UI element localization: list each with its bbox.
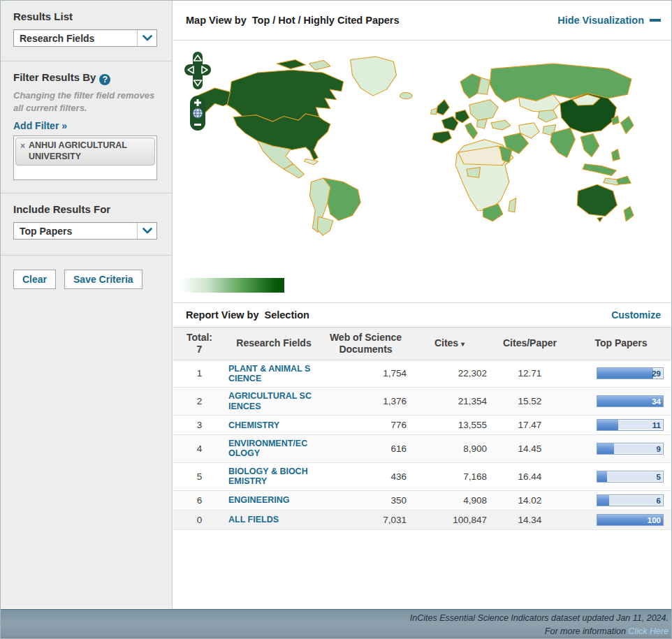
map-view-header: Map View byTop / Hot / Highly Cited Pape… <box>173 1 672 41</box>
footer-dataset-note: InCites Essential Science Indicators dat… <box>410 612 669 624</box>
region-eastern-europe[interactable] <box>469 100 498 120</box>
country-greenland[interactable] <box>350 57 396 96</box>
top-papers-bar: 5 <box>597 471 664 483</box>
add-filter-link[interactable]: Add Filter » <box>13 120 67 131</box>
column-header-top-papers: Top Papers <box>570 328 672 360</box>
country-new-zealand[interactable] <box>624 207 634 221</box>
row-field: CHEMISTRY <box>226 416 322 435</box>
top-papers-bar-fill <box>597 471 607 482</box>
page-footer: InCites Essential Science Indicators dat… <box>1 609 672 639</box>
region-scandinavia[interactable] <box>460 74 481 98</box>
row-cites-per-paper: 15.52 <box>490 388 570 416</box>
research-field-link[interactable]: CHEMISTRY <box>228 420 312 430</box>
country-australia[interactable] <box>577 184 617 216</box>
row-field: ENGINEERING <box>226 490 322 510</box>
row-top-papers: 100 <box>570 510 672 529</box>
table-row: 2 AGRICULTURAL SCIENCES 1,376 21,354 15.… <box>173 388 672 416</box>
row-cites-per-paper: 12.71 <box>490 360 570 388</box>
country-tasmania[interactable] <box>597 217 603 221</box>
country-madagascar[interactable] <box>509 198 516 212</box>
region-balkans[interactable] <box>477 119 488 128</box>
remove-filter-icon[interactable]: × <box>20 141 25 162</box>
top-papers-bar-fill <box>597 368 653 379</box>
top-papers-value: 11 <box>652 420 661 431</box>
country-new-guinea[interactable] <box>616 176 631 184</box>
chevron-down-icon <box>137 30 156 46</box>
country-turkey[interactable] <box>491 120 511 130</box>
choropleth-legend-gradient <box>181 278 284 293</box>
country-spain[interactable] <box>432 131 452 144</box>
include-results-section: Include Results For Top Papers <box>1 193 172 256</box>
filter-results-heading: Filter Results By? <box>13 71 159 85</box>
country-argentina[interactable] <box>317 216 333 235</box>
research-field-link[interactable]: AGRICULTURAL SCIENCES <box>228 391 312 411</box>
filter-results-section: Filter Results By? Changing the filter f… <box>1 61 172 193</box>
country-japan[interactable] <box>620 117 634 134</box>
research-field-link[interactable]: ENGINEERING <box>228 495 312 505</box>
arctic-island[interactable] <box>309 60 330 70</box>
row-cites: 22,302 <box>409 360 490 388</box>
total-count-header: Total: 7 <box>173 328 226 360</box>
save-criteria-button[interactable]: Save Criteria <box>64 270 143 289</box>
region-central-asia[interactable] <box>538 110 557 122</box>
table-row: 6 ENGINEERING 350 4,908 14.02 6 <box>173 490 672 510</box>
row-cites-per-paper: 16.44 <box>490 462 570 490</box>
row-rank: 3 <box>173 416 226 435</box>
map-zoom-control[interactable] <box>189 95 206 131</box>
country-germany[interactable] <box>455 110 469 122</box>
country-russia[interactable] <box>490 64 631 102</box>
row-cites: 13,555 <box>409 416 490 435</box>
column-header-cites-sort[interactable]: Cites ▾ <box>409 328 490 360</box>
country-malaysia[interactable] <box>583 164 616 176</box>
row-field: PLANT & ANIMAL SCIENCE <box>226 360 322 388</box>
hide-visualization-link[interactable]: Hide Visualization <box>557 15 661 26</box>
region-indochina[interactable] <box>580 133 599 156</box>
research-field-link[interactable]: ALL FIELDS <box>228 515 312 524</box>
filter-chip[interactable]: × ANHUI AGRICULTURAL UNIVERSITY <box>15 138 155 166</box>
clear-button[interactable]: Clear <box>13 270 56 289</box>
research-field-link[interactable]: BIOLOGY & BIOCHEMISTRY <box>228 467 312 487</box>
country-philippines[interactable] <box>612 149 620 161</box>
main-panel: Map View byTop / Hot / Highly Cited Pape… <box>173 1 672 608</box>
row-field: AGRICULTURAL SCIENCES <box>226 388 322 416</box>
row-cites: 4,908 <box>409 490 490 510</box>
results-list-section: Results List Research Fields <box>1 1 172 61</box>
top-papers-bar: 11 <box>597 419 664 431</box>
filters-sidebar: Results List Research Fields Filter Resu… <box>1 1 173 608</box>
research-field-link[interactable]: PLANT & ANIMAL SCIENCE <box>228 364 312 384</box>
map-pan-control[interactable] <box>184 51 212 91</box>
row-top-papers: 29 <box>570 360 672 388</box>
country-canada[interactable] <box>227 70 343 122</box>
top-papers-value: 9 <box>657 443 661 455</box>
top-papers-value: 29 <box>652 368 661 379</box>
customize-link[interactable]: Customize <box>611 309 661 321</box>
row-rank: 5 <box>173 462 226 490</box>
region-west-africa[interactable] <box>467 167 481 177</box>
row-cites: 7,168 <box>409 462 490 490</box>
country-uk[interactable] <box>437 100 450 115</box>
results-list-dropdown-value: Research Fields <box>14 33 137 44</box>
table-row: 4 ENVIRONMENT/ECOLOGY 616 8,900 14.45 9 <box>173 435 672 463</box>
world-choropleth-map[interactable] <box>196 56 636 236</box>
table-row: 1 PLANT & ANIMAL SCIENCE 1,754 22,302 12… <box>173 360 672 388</box>
include-results-dropdown[interactable]: Top Papers <box>13 222 157 240</box>
row-cites: 100,847 <box>409 510 490 529</box>
results-list-dropdown[interactable]: Research Fields <box>13 29 157 47</box>
research-field-link[interactable]: ENVIRONMENT/ECOLOGY <box>228 439 312 459</box>
include-results-heading: Include Results For <box>13 203 159 215</box>
report-table-header-row: Total: 7 Research Fields Web of Science … <box>173 328 672 360</box>
column-header-cites-per-paper: Cites/Paper <box>490 328 570 360</box>
top-papers-bar: 6 <box>597 494 664 506</box>
row-documents: 7,031 <box>322 510 409 529</box>
filter-chip-label: ANHUI AGRICULTURAL UNIVERSITY <box>29 140 150 162</box>
country-cuba[interactable] <box>305 159 319 164</box>
country-italy[interactable] <box>465 123 478 139</box>
help-icon[interactable]: ? <box>99 74 110 85</box>
country-india[interactable] <box>550 128 575 157</box>
country-brazil[interactable] <box>323 178 360 221</box>
column-header-documents: Web of Science Documents <box>322 328 409 360</box>
country-iceland[interactable] <box>400 93 412 99</box>
arctic-island[interactable] <box>277 60 305 69</box>
country-ireland[interactable] <box>431 108 437 115</box>
click-here-link[interactable]: Click Here <box>628 626 669 636</box>
